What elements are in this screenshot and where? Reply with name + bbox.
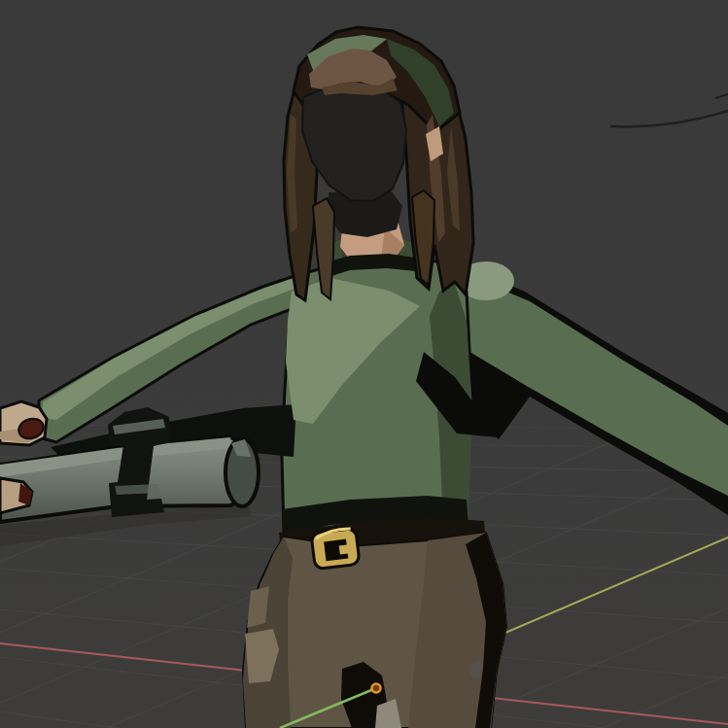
buckle-tab [339, 544, 350, 554]
pants [243, 533, 506, 728]
belt-buckle [311, 528, 360, 570]
viewport-canvas[interactable] [0, 0, 728, 728]
origin-marker[interactable] [372, 684, 381, 693]
viewport[interactable] [0, 0, 728, 728]
